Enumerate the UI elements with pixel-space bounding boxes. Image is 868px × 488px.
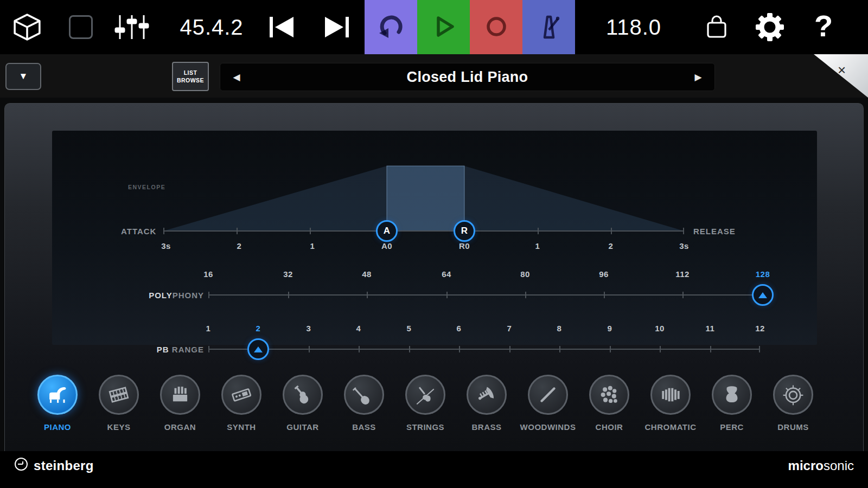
cycle-button[interactable] bbox=[365, 0, 417, 54]
close-icon: × bbox=[838, 62, 846, 79]
instrument-label: CHROMATIC bbox=[644, 422, 696, 432]
shop-bag-icon[interactable] bbox=[704, 14, 730, 42]
tick-label: 11 bbox=[706, 324, 715, 333]
tick-label: 48 bbox=[362, 269, 372, 279]
preset-row: ▼ LIST BROWSE ◀ Closed Lid Piano ▶ × bbox=[0, 54, 868, 98]
instrument-label: CHOIR bbox=[596, 422, 623, 432]
piano-icon bbox=[37, 375, 78, 415]
steinberg-wordmark: steinberg bbox=[34, 458, 94, 473]
polyphony-handle[interactable] bbox=[752, 284, 774, 306]
pb-range-track[interactable] bbox=[208, 349, 760, 350]
help-button[interactable]: ? bbox=[807, 0, 840, 54]
polyphony-track[interactable] bbox=[208, 294, 763, 296]
choir-icon bbox=[589, 375, 629, 415]
instrument-organ[interactable]: ORGAN bbox=[151, 375, 209, 432]
time-display[interactable]: 45.4.2 bbox=[174, 0, 250, 54]
synth-icon bbox=[221, 375, 261, 415]
steinberg-logo-icon bbox=[14, 457, 28, 474]
tick-label: 32 bbox=[283, 269, 293, 279]
instrument-guitar[interactable]: GUITAR bbox=[274, 375, 331, 432]
chevron-down-icon: ▼ bbox=[19, 71, 28, 82]
scale-label: R0 bbox=[459, 241, 470, 251]
instrument-piano[interactable]: PIANO bbox=[29, 375, 86, 432]
next-preset-arrow[interactable]: ▶ bbox=[682, 72, 714, 83]
organ-icon bbox=[160, 375, 200, 415]
scale-label: 1 bbox=[310, 241, 315, 251]
pb-range-handle[interactable] bbox=[247, 338, 269, 360]
brass-icon bbox=[467, 375, 507, 415]
envelope-scale-row: 3s 2 1 A0 R0 1 2 3s bbox=[52, 241, 817, 251]
footer-bar: steinberg microsonic bbox=[0, 451, 868, 488]
record-circle-icon bbox=[481, 11, 512, 43]
app-cube-icon[interactable] bbox=[12, 13, 42, 43]
envelope-track[interactable] bbox=[163, 230, 684, 232]
tick-label-active: 128 bbox=[756, 269, 770, 279]
instrument-label: DRUMS bbox=[777, 422, 809, 432]
microsonic-app-window: 45.4.2 bbox=[0, 0, 868, 488]
tick-label: 64 bbox=[442, 269, 451, 279]
attack-handle[interactable]: A bbox=[376, 220, 398, 242]
instrument-label: KEYS bbox=[107, 422, 131, 432]
release-handle[interactable]: R bbox=[454, 220, 475, 242]
play-button[interactable] bbox=[417, 0, 470, 54]
tick-label: 10 bbox=[655, 324, 665, 333]
instrument-label: PERC bbox=[720, 422, 744, 432]
instrument-bass[interactable]: BASS bbox=[335, 375, 393, 432]
tick-label-active: 2 bbox=[256, 324, 261, 333]
instrument-label: PIANO bbox=[44, 422, 71, 432]
tick-label: 9 bbox=[608, 324, 612, 333]
up-arrow-icon bbox=[758, 292, 767, 298]
perc-icon bbox=[712, 375, 752, 415]
skip-forward-button[interactable] bbox=[322, 16, 350, 41]
scale-label: 2 bbox=[609, 241, 614, 251]
settings-gear-icon[interactable] bbox=[756, 13, 784, 43]
tick-label: 4 bbox=[356, 324, 361, 333]
instrument-label: WOODWINDS bbox=[520, 422, 576, 432]
instrument-woodwinds[interactable]: WOODWINDS bbox=[519, 375, 577, 432]
collapse-panel-button[interactable]: ▼ bbox=[5, 63, 41, 90]
microsonic-brand: microsonic bbox=[788, 458, 854, 473]
tick-label: 96 bbox=[599, 269, 609, 279]
cycle-loop-icon bbox=[376, 11, 406, 43]
tick-label: 1 bbox=[206, 324, 211, 333]
release-label: RELEASE bbox=[693, 227, 736, 236]
scale-label: 3s bbox=[161, 241, 171, 251]
instrument-choir[interactable]: CHOIR bbox=[580, 375, 638, 432]
tempo-display[interactable]: 118.0 bbox=[596, 0, 672, 54]
chromatic-icon bbox=[650, 375, 691, 415]
instrument-label: BASS bbox=[352, 422, 376, 432]
instrument-synth[interactable]: SYNTH bbox=[213, 375, 270, 432]
preset-name[interactable]: Closed Lid Piano bbox=[253, 69, 682, 86]
attack-handle-label: A bbox=[384, 226, 390, 236]
woodwinds-icon bbox=[528, 375, 568, 415]
list-browse-button[interactable]: LIST BROWSE bbox=[172, 62, 209, 91]
play-icon bbox=[429, 11, 459, 43]
preset-selector: ◀ Closed Lid Piano ▶ bbox=[220, 63, 715, 91]
drums-icon bbox=[773, 375, 813, 415]
instrument-chromatic[interactable]: CHROMATIC bbox=[642, 375, 699, 432]
tick-label: 6 bbox=[457, 324, 462, 333]
scale-label: A0 bbox=[381, 241, 392, 251]
pb-range-label: PB RANGE bbox=[52, 345, 204, 354]
scale-label: 1 bbox=[535, 241, 540, 251]
metronome-button[interactable] bbox=[522, 0, 575, 54]
prev-preset-arrow[interactable]: ◀ bbox=[220, 72, 253, 83]
record-button[interactable] bbox=[470, 0, 522, 54]
tick-label: 7 bbox=[507, 324, 512, 333]
close-corner-button[interactable]: × bbox=[814, 54, 868, 98]
instrument-label: GUITAR bbox=[286, 422, 318, 432]
mixer-icon[interactable] bbox=[114, 14, 149, 42]
instrument-brass[interactable]: BRASS bbox=[458, 375, 515, 432]
stop-button[interactable] bbox=[69, 15, 93, 39]
instrument-strings[interactable]: STRINGS bbox=[397, 375, 454, 432]
instrument-keys[interactable]: KEYS bbox=[90, 375, 148, 432]
instrument-drums[interactable]: DRUMS bbox=[764, 375, 822, 432]
tick-label: 3 bbox=[307, 324, 311, 333]
instrument-perc[interactable]: PERC bbox=[703, 375, 761, 432]
skip-back-button[interactable] bbox=[269, 16, 297, 41]
envelope-panel: ENVELOPE ATTACK RELEASE A R 3s 2 1 A0 R0… bbox=[52, 131, 817, 345]
tick-label: 112 bbox=[675, 269, 690, 279]
instrument-label: ORGAN bbox=[164, 422, 196, 432]
metronome-icon bbox=[534, 11, 564, 43]
bass-icon bbox=[344, 375, 384, 415]
